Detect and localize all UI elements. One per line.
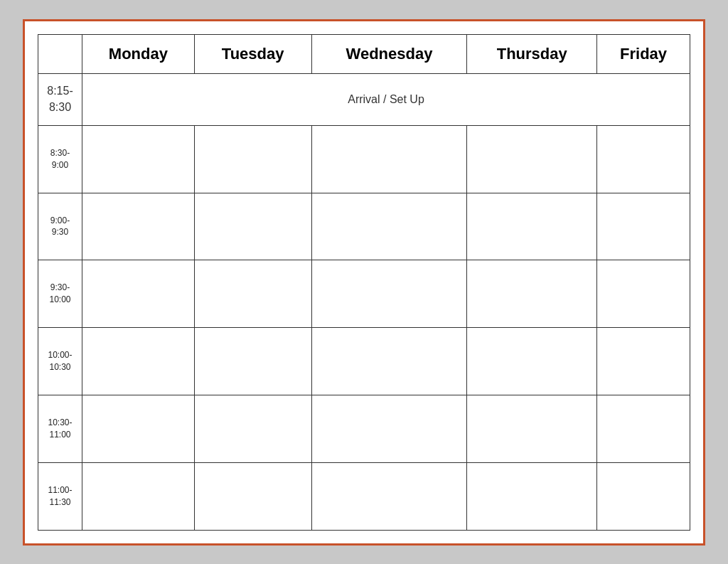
time-1030-1100: 10:30-11:00 — [38, 395, 82, 462]
row-1030-1100: 10:30-11:00 — [38, 395, 690, 462]
time-1000-1030: 10:00-10:30 — [38, 328, 82, 395]
thursday-830 — [467, 125, 597, 193]
monday-830 — [82, 125, 195, 193]
wednesday-header: Wednesday — [311, 34, 467, 73]
wednesday-1030 — [311, 395, 467, 462]
monday-1030 — [82, 395, 195, 462]
time-815-830: 8:15-8:30 — [38, 73, 82, 125]
thursday-1000 — [467, 328, 597, 395]
time-830-900: 8:30-9:00 — [38, 125, 82, 193]
thursday-930 — [467, 260, 597, 328]
tuesday-1000 — [194, 328, 311, 395]
monday-1000 — [82, 328, 195, 395]
time-900-930: 9:00-9:30 — [38, 193, 82, 260]
wednesday-830 — [311, 125, 467, 193]
wednesday-900 — [311, 193, 467, 260]
time-1100-1130: 11:00-11:30 — [38, 462, 82, 530]
monday-930 — [82, 260, 195, 328]
wednesday-930 — [311, 260, 467, 328]
monday-header: Monday — [82, 34, 195, 73]
friday-header: Friday — [597, 34, 690, 73]
thursday-900 — [467, 193, 597, 260]
row-830-900: 8:30-9:00 — [38, 125, 690, 193]
arrival-row: 8:15-8:30 Arrival / Set Up — [38, 73, 690, 125]
tuesday-header: Tuesday — [194, 34, 311, 73]
friday-930 — [597, 260, 690, 328]
tuesday-1030 — [194, 395, 311, 462]
friday-1000 — [597, 328, 690, 395]
wednesday-1100 — [311, 462, 467, 530]
tuesday-900 — [194, 193, 311, 260]
row-930-1000: 9:30-10:00 — [38, 260, 690, 328]
row-1000-1030: 10:00-10:30 — [38, 328, 690, 395]
row-900-930: 9:00-9:30 — [38, 193, 690, 260]
tuesday-930 — [194, 260, 311, 328]
thursday-1030 — [467, 395, 597, 462]
schedule-table: Monday Tuesday Wednesday Thursday Friday… — [38, 34, 690, 531]
page: Monday Tuesday Wednesday Thursday Friday… — [23, 19, 705, 546]
row-1100-1130: 11:00-11:30 — [38, 462, 690, 530]
monday-1100 — [82, 462, 195, 530]
monday-900 — [82, 193, 195, 260]
wednesday-1000 — [311, 328, 467, 395]
time-header — [38, 34, 82, 73]
friday-830 — [597, 125, 690, 193]
friday-1100 — [597, 462, 690, 530]
arrival-cell: Arrival / Set Up — [82, 73, 690, 125]
tuesday-1100 — [194, 462, 311, 530]
tuesday-830 — [194, 125, 311, 193]
friday-900 — [597, 193, 690, 260]
friday-1030 — [597, 395, 690, 462]
thursday-1100 — [467, 462, 597, 530]
thursday-header: Thursday — [467, 34, 597, 73]
time-930-1000: 9:30-10:00 — [38, 260, 82, 328]
